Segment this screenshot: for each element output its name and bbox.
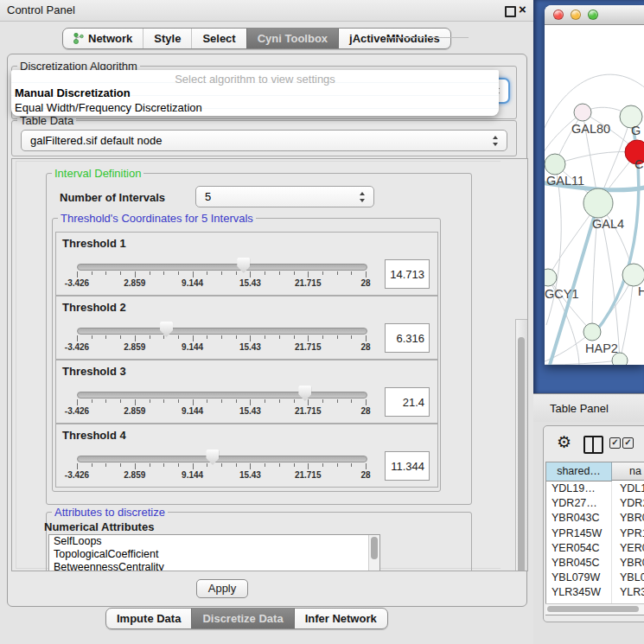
node-label: GAL11 <box>546 174 584 188</box>
apply-button[interactable]: Apply <box>196 579 248 598</box>
tab-style[interactable]: Style <box>143 29 191 48</box>
minimize-traffic-light[interactable] <box>571 10 581 20</box>
list-scrollbar[interactable] <box>368 535 379 571</box>
tab-network[interactable]: Network <box>63 29 143 48</box>
control-panel-title: Control Panel <box>7 3 75 16</box>
table-row[interactable]: YBR045CYBR0 <box>546 556 644 571</box>
threshold-value-field[interactable]: 21.4 <box>385 387 430 417</box>
slider-scale-labels: -3.4262.8599.14415.4321.71528 <box>77 278 366 289</box>
slider-ticks <box>77 399 366 406</box>
tab-infer-network[interactable]: Infer Network <box>294 609 387 628</box>
network-view-window: GAL80GCGAL11GAL4GCY1HHAP2 <box>545 5 644 365</box>
settings-vertical-scrollbar[interactable] <box>515 319 528 571</box>
combo-arrows-icon <box>360 192 366 202</box>
threshold-value-field[interactable]: 11.344 <box>385 451 430 481</box>
tab-jactivemnodules[interactable]: jActiveMNodules <box>338 29 450 48</box>
table-panel-titlebar: Table Panel <box>533 393 644 423</box>
cell-shared-name: YPR145W <box>552 526 602 541</box>
threshold-label: Threshold 4 <box>62 429 126 442</box>
table-row[interactable]: YDR27…YDR2 <box>546 496 644 511</box>
node-table[interactable]: shared… na YDL19…YDL1YDR27…YDR2YBR043CYB… <box>545 462 644 615</box>
scale-label: -3.426 <box>65 470 89 480</box>
scrollbar-thumb[interactable] <box>547 606 639 612</box>
network-node-GAL4[interactable] <box>583 188 613 218</box>
threshold-slider-track[interactable] <box>77 392 367 399</box>
cell-shared-name: YLR345W <box>552 585 601 600</box>
table-horizontal-scrollbar[interactable] <box>545 603 644 615</box>
tab-select[interactable]: Select <box>191 29 245 48</box>
table-row[interactable]: YBL079WYBL0 <box>546 571 644 585</box>
split-columns-icon[interactable] <box>583 436 603 454</box>
tab-impute-data[interactable]: Impute Data <box>106 609 191 628</box>
scale-label: 2.859 <box>124 406 145 416</box>
network-node-HAP2[interactable] <box>583 323 601 341</box>
attribute-list-item[interactable]: TopologicalCoefficient <box>49 548 379 561</box>
threshold-slider-track[interactable] <box>77 328 367 335</box>
threshold-value-field[interactable]: 14.713 <box>385 259 430 289</box>
scale-label: 2.859 <box>124 342 145 352</box>
attribute-list-item[interactable]: BetweennessCentrality <box>49 561 379 571</box>
threshold-slider-track[interactable] <box>77 264 367 271</box>
control-panel-tabs: NetworkStyleSelectCyni ToolboxjActiveMNo… <box>62 28 451 49</box>
network-tree-icon <box>73 33 84 44</box>
node-label: GAL4 <box>592 217 624 231</box>
column-header-shared-name[interactable]: shared… <box>546 462 612 481</box>
num-intervals-value: 5 <box>205 190 211 203</box>
numerical-attributes-list[interactable]: SelfLoopsTopologicalCoefficientBetweenne… <box>48 534 380 571</box>
float-window-icon[interactable] <box>505 6 516 17</box>
scale-label: 15.43 <box>239 342 261 352</box>
threshold-row: Threshold 3 -3.4262.8599.14415.4321.7152… <box>55 360 438 424</box>
scale-label: 15.43 <box>239 278 261 288</box>
settings-gear-icon[interactable]: ⚙ <box>557 432 571 452</box>
attributes-group-label: Attributes to discretize <box>52 506 168 519</box>
node-label: C <box>634 157 643 171</box>
table-row[interactable]: YER054CYER0 <box>546 541 644 556</box>
cell-name: YLR3 <box>620 585 644 600</box>
threshold-value-field[interactable]: 6.316 <box>385 323 430 353</box>
settings-scroll-pane: Interval Definition Number of Intervals … <box>11 158 528 571</box>
close-icon[interactable]: × <box>519 2 526 16</box>
app-window: Control Panel × NetworkStyleSelectCyni T… <box>0 0 644 644</box>
threshold-row: Threshold 1 -3.4262.8599.14415.4321.7152… <box>55 232 438 296</box>
table-data-combobox[interactable]: galFiltered.sif default node <box>21 130 507 151</box>
select-all-checkbox-icon[interactable]: ✓ <box>622 437 634 449</box>
scrollbar-thumb[interactable] <box>518 337 525 571</box>
network-node-GAL80[interactable] <box>574 104 591 121</box>
tab-label: Impute Data <box>117 612 181 625</box>
table-row[interactable]: YDL19…YDL1 <box>546 481 644 496</box>
network-node-H[interactable] <box>622 264 644 286</box>
popup-item[interactable]: Manual Discretization <box>15 86 131 99</box>
tab-label: jActiveMNodules <box>349 32 440 45</box>
close-traffic-light[interactable] <box>553 10 564 20</box>
network-node-GCY1[interactable] <box>545 269 557 286</box>
popup-item[interactable]: Equal Width/Frequency Discretization <box>15 101 202 114</box>
network-canvas[interactable]: GAL80GCGAL11GAL4GCY1HHAP2 <box>545 24 644 365</box>
threshold-slider-track[interactable] <box>77 456 367 462</box>
select-all-checkbox-icon[interactable]: ✓ <box>609 437 621 449</box>
network-edge[interactable] <box>546 164 561 325</box>
table-row[interactable]: YLR345WYLR3 <box>546 585 644 600</box>
cell-name: YDR2 <box>620 496 644 511</box>
zoom-traffic-light[interactable] <box>588 10 598 20</box>
cell-name: YBR0 <box>620 556 644 571</box>
cell-name: YBL0 <box>620 571 644 585</box>
num-intervals-combobox[interactable]: 5 <box>195 186 374 207</box>
cell-name: YER0 <box>620 541 644 556</box>
interval-definition-label: Interval Definition <box>52 167 143 180</box>
network-edge[interactable] <box>545 360 620 365</box>
tab-label: Infer Network <box>305 612 377 625</box>
table-row[interactable]: YPR145WYPR1 <box>546 526 644 541</box>
scale-label: 15.43 <box>239 470 261 480</box>
tab-label: Select <box>202 32 235 45</box>
scale-label: 21.715 <box>295 278 322 288</box>
cell-shared-name: YDR27… <box>552 496 597 511</box>
scale-label: 28 <box>360 278 370 288</box>
column-header-name[interactable]: na <box>612 462 644 481</box>
attribute-list-item[interactable]: SelfLoops <box>49 535 379 548</box>
threshold-row: Threshold 4 -3.4262.8599.14415.4321.7152… <box>55 424 438 488</box>
tab-discretize-data[interactable]: Discretize Data <box>191 609 293 628</box>
cell-shared-name: YBL079W <box>552 571 600 585</box>
tab-cyni-toolbox[interactable]: Cyni Toolbox <box>246 29 338 48</box>
network-node-GAL11[interactable] <box>545 154 565 175</box>
table-row[interactable]: YBR043CYBR0 <box>546 511 644 526</box>
